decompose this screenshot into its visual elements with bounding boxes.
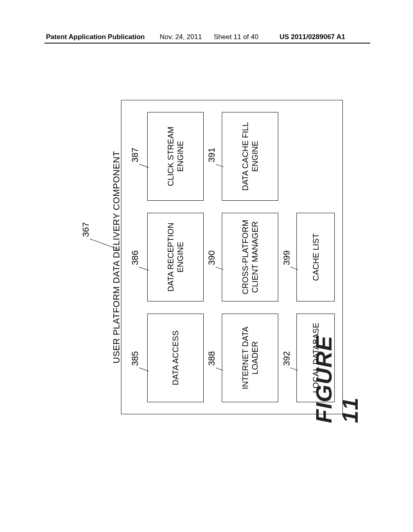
ref-367: 367: [81, 222, 91, 237]
ref-388: 388: [206, 351, 217, 366]
box-data-reception-engine-label: DATA RECEPTION ENGINE: [166, 222, 185, 292]
component-title: USER PLATFORM DATA DELIVERY COMPONENT: [111, 100, 122, 414]
ref-386: 386: [130, 250, 140, 265]
box-cross-platform-client-manager: CROSS-PLATFORM CLIENT MANAGER: [222, 213, 278, 301]
header-rule: [44, 43, 370, 44]
header-left: Patent Application Publication: [46, 33, 145, 41]
figure-label: FIGURE 11: [311, 321, 363, 423]
diagram-area: USER PLATFORM DATA DELIVERY COMPONENT DA…: [60, 92, 351, 422]
box-internet-data-loader: INTERNET DATA LOADER: [222, 314, 278, 402]
box-data-cache-fill-engine-label: DATA CACHE FILL ENGINE: [240, 122, 260, 191]
box-data-access: DATA ACCESS: [147, 314, 204, 402]
box-cache-list-label: CACHE LIST: [311, 233, 321, 281]
box-click-stream-engine-label: CLICK STREAM ENGINE: [166, 127, 185, 186]
box-data-reception-engine: DATA RECEPTION ENGINE: [147, 213, 204, 301]
page: Patent Application Publication Nov. 24, …: [0, 0, 413, 532]
box-cache-list: CACHE LIST: [296, 213, 335, 301]
box-internet-data-loader-label: INTERNET DATA LOADER: [240, 326, 260, 389]
box-click-stream-engine: CLICK STREAM ENGINE: [147, 112, 204, 201]
ref-385: 385: [130, 351, 140, 366]
box-data-cache-fill-engine: DATA CACHE FILL ENGINE: [222, 112, 278, 201]
box-cross-platform-client-manager-label: CROSS-PLATFORM CLIENT MANAGER: [240, 220, 260, 294]
figure-label-text: FIGURE 11: [311, 335, 363, 423]
header-pubno: US 2011/0289067 A1: [280, 33, 345, 41]
ref-399: 399: [282, 250, 292, 265]
header-sheet: Sheet 11 of 40: [214, 33, 259, 41]
ref-390: 390: [206, 250, 217, 265]
ref-387: 387: [130, 148, 140, 162]
header-date: Nov. 24, 2011: [160, 33, 202, 41]
diagram-rotated-group: USER PLATFORM DATA DELIVERY COMPONENT DA…: [60, 92, 351, 422]
ref-392: 392: [282, 351, 292, 366]
box-data-access-label: DATA ACCESS: [171, 330, 180, 385]
ref-391: 391: [206, 148, 217, 162]
